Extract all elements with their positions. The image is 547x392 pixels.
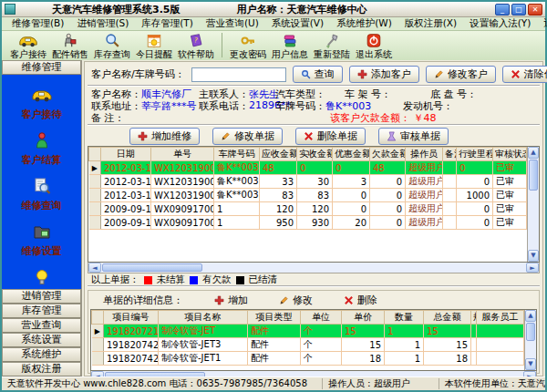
add-order-button[interactable]: 增加维修 <box>129 128 200 145</box>
column-header[interactable]: 规格型号 <box>471 311 477 325</box>
column-header[interactable]: 单价 <box>342 311 385 325</box>
toolbar-relogin-button[interactable]: 重新登陆 <box>311 32 353 61</box>
sidebar-item-vehicle-alert[interactable]: 车辆预警 <box>22 268 62 289</box>
menu-item-1[interactable]: 维修管理(B) <box>5 17 70 30</box>
legend-color-swatch <box>144 276 152 284</box>
column-header[interactable]: 服务员工 <box>477 311 524 325</box>
toolbar-label: 配件销售 <box>52 48 88 61</box>
close-button[interactable]: ✕ <box>528 4 542 15</box>
table-row[interactable]: ▶191820721制冷软管-JET配件个15115 <box>92 325 524 338</box>
menu-item-2[interactable]: 进销管理(S) <box>70 17 135 30</box>
sidebar-tab-2[interactable]: 库存管理 <box>2 304 81 318</box>
toolbar-label: 更改密码 <box>230 48 266 61</box>
column-header[interactable]: 优惠金额 <box>333 148 370 161</box>
sidebar-item-car[interactable]: 客户接待 <box>22 86 62 121</box>
edit-pencil-icon <box>434 69 444 79</box>
clear-x-detail-button[interactable]: 删除 <box>344 294 377 307</box>
table-row[interactable]: ▶2012-03-19WX1203190003鲁K**003480048超级用户… <box>89 161 527 175</box>
table-cell: 超级用户 <box>406 189 443 202</box>
menu-item-5[interactable]: 系统设置(V) <box>265 17 330 30</box>
search-customer-button[interactable]: 查询 <box>293 66 343 83</box>
customer-search-input[interactable] <box>191 67 286 82</box>
table-row[interactable]: 2012-03-19WX1203190001鲁K**003838300超级用户1… <box>89 189 527 202</box>
add-detail-button[interactable]: 增加 <box>214 294 248 307</box>
scroll-down-icon[interactable]: ▼ <box>528 250 539 262</box>
sidebar-item-repair-search[interactable]: 维修查询 <box>22 177 62 212</box>
sidebar-item-repair-settings[interactable]: 维修设置 <box>22 222 62 258</box>
column-header[interactable]: 备注 <box>443 148 457 161</box>
legend-item-label: 有欠款 <box>202 273 232 286</box>
menu-item-7[interactable]: 版权注册(X) <box>398 17 463 30</box>
toolbar-help-book-button[interactable]: ?软件帮助 <box>175 32 217 61</box>
scroll-down-icon[interactable]: ▼ <box>525 358 536 370</box>
menu-item-6[interactable]: 系统维护(W) <box>330 17 398 30</box>
column-header[interactable]: 项目名称 <box>159 311 248 325</box>
clear-x-order-button[interactable]: 删除单据 <box>295 128 366 145</box>
column-header[interactable]: 单位 <box>301 311 342 325</box>
menu-item-3[interactable]: 库存管理(T) <box>135 17 200 30</box>
password-key-icon <box>238 32 258 48</box>
detail-vertical-scrollbar[interactable]: ▲ ▼ <box>524 310 536 370</box>
clear-x-customer-button[interactable]: 清除信息 <box>502 66 547 83</box>
scrollbar-thumb[interactable] <box>529 160 538 191</box>
scroll-right-icon[interactable]: ► <box>526 263 539 273</box>
edit-pencil-customer-button[interactable]: 修改客户 <box>426 66 496 83</box>
stock-search-icon <box>102 32 122 48</box>
table-cell: 0 <box>370 189 406 202</box>
scroll-up-icon[interactable]: ▲ <box>528 147 539 159</box>
sidebar-tab-repair-management[interactable]: 维修管理 <box>2 60 81 75</box>
table-row[interactable]: 2009-09-17WX0909170005112012000超级用户0已审 <box>89 202 527 216</box>
sidebar-tab-6[interactable]: 版权注册 <box>2 362 81 377</box>
column-header[interactable]: 数量 <box>385 311 424 325</box>
menu-item-9[interactable]: 退出系统(Z) <box>537 17 547 30</box>
scroll-left-icon[interactable]: ◄ <box>88 263 101 273</box>
toolbar-exit-system-button[interactable]: 退出系统 <box>353 32 395 61</box>
sidebar-tab-3[interactable]: 营业查询 <box>2 318 81 333</box>
scrollbar-thumb[interactable] <box>102 263 202 272</box>
column-header[interactable]: 单号 <box>151 148 214 161</box>
sidebar-tab-1[interactable]: 进销管理 <box>2 289 81 304</box>
sidebar-tab-4[interactable]: 系统设置 <box>2 333 81 347</box>
toolbar-parts-sale-button[interactable]: 配件销售 <box>49 32 91 61</box>
toolbar-today-reminder-button[interactable]: 今日提醒 <box>133 32 175 61</box>
sidebar-tab-5[interactable]: 系统维护 <box>2 347 81 362</box>
orders-horizontal-scrollbar[interactable]: ◄ ► <box>88 263 540 273</box>
row-marker <box>92 338 104 352</box>
minimize-button[interactable]: _ <box>495 4 510 15</box>
column-header[interactable]: 总金额 <box>424 311 471 325</box>
column-header[interactable]: 日期 <box>101 148 151 161</box>
scrollbar-thumb[interactable] <box>526 323 535 341</box>
table-cell: 15 <box>424 338 471 352</box>
orders-vertical-scrollbar[interactable]: ▲ ▼ <box>527 147 539 262</box>
column-header[interactable]: 操作员 <box>406 148 443 161</box>
column-header[interactable]: 欠款金额 <box>370 148 406 161</box>
info-label: 车牌号码： <box>275 99 325 113</box>
sidebar-item-label: 客户接待 <box>22 108 62 121</box>
column-header[interactable]: 行驶里程 <box>457 148 493 161</box>
toolbar-stock-search-button[interactable]: 库存查询 <box>91 32 133 61</box>
column-header[interactable]: 项目类型 <box>248 311 301 325</box>
sidebar-item-customer-settle[interactable]: 客户结算 <box>22 131 62 167</box>
edit-pencil-detail-button[interactable]: 修改 <box>279 294 313 307</box>
add-customer-button[interactable]: 添加客户 <box>349 66 419 83</box>
column-header[interactable]: 实收金额 <box>297 148 333 161</box>
edit-pencil-order-button[interactable]: 修改单据 <box>212 128 283 145</box>
toolbar-password-key-button[interactable]: 更改密码 <box>227 32 269 61</box>
menu-item-8[interactable]: 设置输入法(Y) <box>463 17 537 30</box>
toolbar-car-button[interactable]: 客户接待 <box>7 32 49 61</box>
menu-item-4[interactable]: 营业查询(U) <box>200 17 265 30</box>
help-book-icon: ? <box>186 32 206 48</box>
column-header[interactable]: 审核状态 <box>493 148 527 161</box>
table-row[interactable]: 2009-09-17WX09091700041950930200超级用户0已审 <box>89 216 527 230</box>
maximize-button[interactable]: □ <box>511 4 526 15</box>
toolbar-user-info-button[interactable]: 用户信息 <box>269 32 311 61</box>
button-label: 增加维修 <box>151 129 191 143</box>
column-header[interactable]: 车牌号码 <box>214 148 260 161</box>
column-header[interactable]: 项目编号 <box>104 311 159 325</box>
table-row[interactable]: 191820742C制冷软管-JET3配件个15115 <box>92 338 524 352</box>
table-row[interactable]: 2012-03-19WX1203190002鲁K**003333030超级用户0… <box>89 175 527 189</box>
table-row[interactable]: 191820742K制冷软管-JET1配件个18118 <box>92 352 524 366</box>
audit-stamp-order-button[interactable]: 审核单据 <box>378 128 449 145</box>
column-header[interactable]: 应收金额 <box>260 148 297 161</box>
scroll-up-icon[interactable]: ▲ <box>525 310 536 322</box>
